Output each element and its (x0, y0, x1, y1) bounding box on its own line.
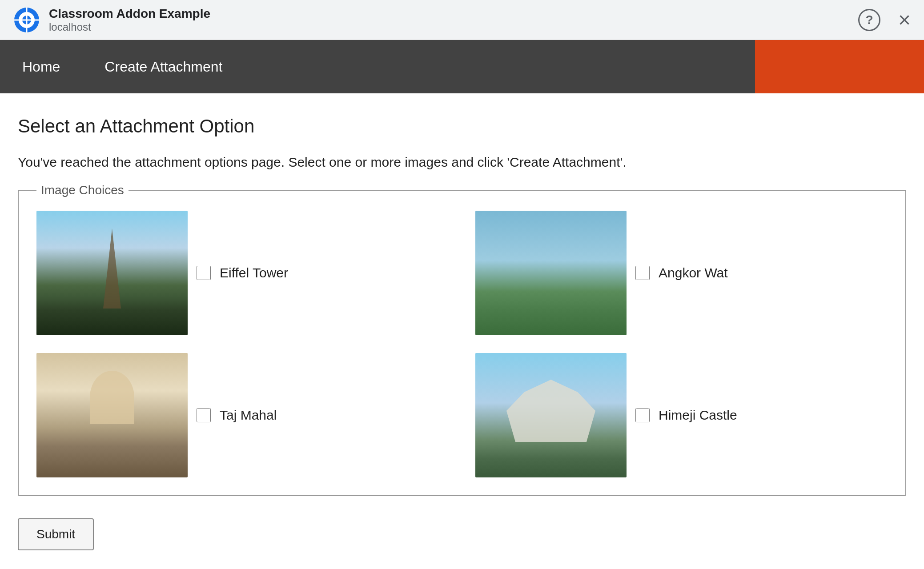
angkor-wat-checkbox[interactable] (635, 266, 650, 280)
list-item: Himeji Castle (475, 353, 888, 477)
browser-url: localhost (49, 21, 858, 33)
angkor-wat-label: Angkor Wat (659, 265, 728, 280)
himeji-castle-checkbox[interactable] (635, 408, 650, 422)
nav-accent-block (755, 40, 924, 93)
angkor-wat-image (475, 211, 627, 335)
close-button[interactable]: × (898, 9, 911, 31)
list-item: Angkor Wat (475, 211, 888, 335)
nav-create-attachment[interactable]: Create Attachment (82, 40, 245, 93)
eiffel-tower-checkbox[interactable] (197, 266, 211, 280)
navbar: Home Create Attachment (0, 40, 924, 93)
submit-button[interactable]: Submit (18, 518, 94, 550)
page-title: Select an Attachment Option (18, 116, 906, 137)
eiffel-tower-label: Eiffel Tower (220, 265, 288, 280)
himeji-castle-image (475, 353, 627, 477)
help-button[interactable]: ? (858, 9, 880, 31)
taj-mahal-checkbox[interactable] (197, 408, 211, 422)
help-icon: ? (858, 9, 880, 31)
image-grid: Eiffel Tower Angkor Wat Taj Mahal Himeji… (36, 211, 888, 477)
close-icon: × (898, 8, 911, 32)
browser-title-group: Classroom Addon Example localhost (49, 7, 858, 33)
nav-home[interactable]: Home (0, 40, 82, 93)
nav-spacer (245, 40, 755, 93)
browser-actions: ? × (858, 9, 911, 31)
himeji-castle-label: Himeji Castle (659, 408, 737, 423)
browser-tab-title: Classroom Addon Example (49, 7, 858, 21)
list-item: Taj Mahal (36, 353, 449, 477)
browser-logo (13, 7, 40, 33)
main-content: Select an Attachment Option You've reach… (0, 93, 924, 569)
image-choices-legend: Image Choices (36, 183, 129, 197)
taj-mahal-image (36, 353, 188, 477)
image-choices-fieldset: Image Choices Eiffel Tower Angkor Wat Ta… (18, 183, 906, 496)
taj-mahal-label: Taj Mahal (220, 408, 277, 423)
eiffel-tower-image (36, 211, 188, 335)
list-item: Eiffel Tower (36, 211, 449, 335)
browser-chrome: Classroom Addon Example localhost ? × (0, 0, 924, 40)
page-description: You've reached the attachment options pa… (18, 155, 906, 170)
